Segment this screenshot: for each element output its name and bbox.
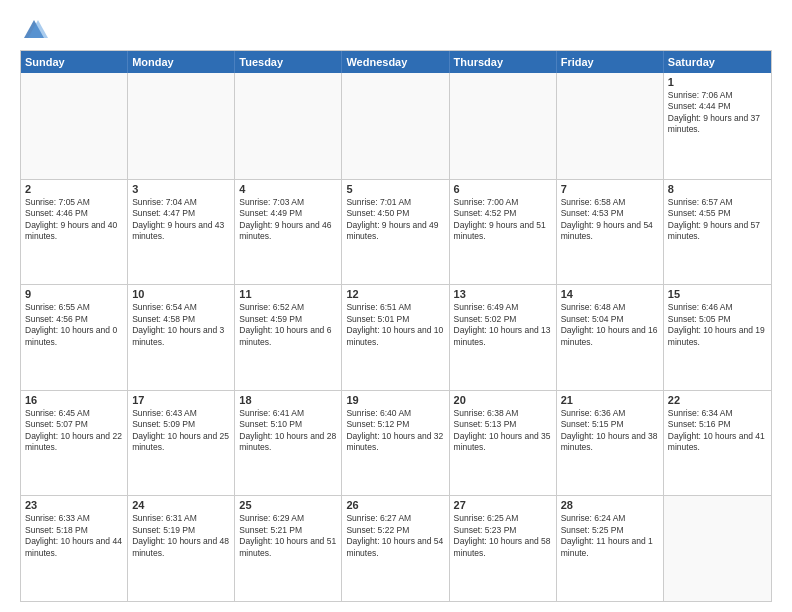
empty-cell-0-5 [557,73,664,179]
day-cell-13: 13Sunrise: 6:49 AM Sunset: 5:02 PM Dayli… [450,285,557,390]
day-number: 19 [346,394,444,406]
day-cell-15: 15Sunrise: 6:46 AM Sunset: 5:05 PM Dayli… [664,285,771,390]
day-cell-6: 6Sunrise: 7:00 AM Sunset: 4:52 PM Daylig… [450,180,557,285]
week-row-4: 23Sunrise: 6:33 AM Sunset: 5:18 PM Dayli… [21,495,771,601]
header-day-friday: Friday [557,51,664,73]
day-cell-12: 12Sunrise: 6:51 AM Sunset: 5:01 PM Dayli… [342,285,449,390]
calendar-body: 1Sunrise: 7:06 AM Sunset: 4:44 PM Daylig… [21,73,771,601]
day-cell-10: 10Sunrise: 6:54 AM Sunset: 4:58 PM Dayli… [128,285,235,390]
day-text: Sunrise: 6:40 AM Sunset: 5:12 PM Dayligh… [346,408,444,454]
day-text: Sunrise: 6:36 AM Sunset: 5:15 PM Dayligh… [561,408,659,454]
day-text: Sunrise: 7:03 AM Sunset: 4:49 PM Dayligh… [239,197,337,243]
day-text: Sunrise: 7:04 AM Sunset: 4:47 PM Dayligh… [132,197,230,243]
day-number: 26 [346,499,444,511]
week-row-1: 2Sunrise: 7:05 AM Sunset: 4:46 PM Daylig… [21,179,771,285]
page: SundayMondayTuesdayWednesdayThursdayFrid… [0,0,792,612]
day-text: Sunrise: 6:45 AM Sunset: 5:07 PM Dayligh… [25,408,123,454]
day-cell-11: 11Sunrise: 6:52 AM Sunset: 4:59 PM Dayli… [235,285,342,390]
day-text: Sunrise: 6:25 AM Sunset: 5:23 PM Dayligh… [454,513,552,559]
day-number: 7 [561,183,659,195]
day-number: 2 [25,183,123,195]
day-text: Sunrise: 6:46 AM Sunset: 5:05 PM Dayligh… [668,302,767,348]
empty-cell-0-2 [235,73,342,179]
day-text: Sunrise: 6:48 AM Sunset: 5:04 PM Dayligh… [561,302,659,348]
week-row-3: 16Sunrise: 6:45 AM Sunset: 5:07 PM Dayli… [21,390,771,496]
day-text: Sunrise: 7:05 AM Sunset: 4:46 PM Dayligh… [25,197,123,243]
day-text: Sunrise: 6:31 AM Sunset: 5:19 PM Dayligh… [132,513,230,559]
day-cell-19: 19Sunrise: 6:40 AM Sunset: 5:12 PM Dayli… [342,391,449,496]
day-number: 16 [25,394,123,406]
day-cell-24: 24Sunrise: 6:31 AM Sunset: 5:19 PM Dayli… [128,496,235,601]
day-cell-2: 2Sunrise: 7:05 AM Sunset: 4:46 PM Daylig… [21,180,128,285]
day-number: 21 [561,394,659,406]
day-text: Sunrise: 6:51 AM Sunset: 5:01 PM Dayligh… [346,302,444,348]
day-text: Sunrise: 7:00 AM Sunset: 4:52 PM Dayligh… [454,197,552,243]
day-text: Sunrise: 6:33 AM Sunset: 5:18 PM Dayligh… [25,513,123,559]
day-number: 27 [454,499,552,511]
day-cell-16: 16Sunrise: 6:45 AM Sunset: 5:07 PM Dayli… [21,391,128,496]
week-row-0: 1Sunrise: 7:06 AM Sunset: 4:44 PM Daylig… [21,73,771,179]
empty-cell-4-6 [664,496,771,601]
day-text: Sunrise: 6:29 AM Sunset: 5:21 PM Dayligh… [239,513,337,559]
day-number: 1 [668,76,767,88]
day-cell-17: 17Sunrise: 6:43 AM Sunset: 5:09 PM Dayli… [128,391,235,496]
day-text: Sunrise: 6:41 AM Sunset: 5:10 PM Dayligh… [239,408,337,454]
day-cell-22: 22Sunrise: 6:34 AM Sunset: 5:16 PM Dayli… [664,391,771,496]
day-number: 3 [132,183,230,195]
day-text: Sunrise: 6:27 AM Sunset: 5:22 PM Dayligh… [346,513,444,559]
day-number: 23 [25,499,123,511]
empty-cell-0-1 [128,73,235,179]
header-day-wednesday: Wednesday [342,51,449,73]
day-cell-21: 21Sunrise: 6:36 AM Sunset: 5:15 PM Dayli… [557,391,664,496]
day-text: Sunrise: 6:38 AM Sunset: 5:13 PM Dayligh… [454,408,552,454]
day-text: Sunrise: 6:54 AM Sunset: 4:58 PM Dayligh… [132,302,230,348]
day-number: 11 [239,288,337,300]
calendar-header: SundayMondayTuesdayWednesdayThursdayFrid… [21,51,771,73]
day-cell-18: 18Sunrise: 6:41 AM Sunset: 5:10 PM Dayli… [235,391,342,496]
day-number: 5 [346,183,444,195]
day-cell-20: 20Sunrise: 6:38 AM Sunset: 5:13 PM Dayli… [450,391,557,496]
day-cell-27: 27Sunrise: 6:25 AM Sunset: 5:23 PM Dayli… [450,496,557,601]
day-text: Sunrise: 6:52 AM Sunset: 4:59 PM Dayligh… [239,302,337,348]
day-text: Sunrise: 6:49 AM Sunset: 5:02 PM Dayligh… [454,302,552,348]
day-cell-23: 23Sunrise: 6:33 AM Sunset: 5:18 PM Dayli… [21,496,128,601]
day-cell-14: 14Sunrise: 6:48 AM Sunset: 5:04 PM Dayli… [557,285,664,390]
day-number: 6 [454,183,552,195]
day-cell-9: 9Sunrise: 6:55 AM Sunset: 4:56 PM Daylig… [21,285,128,390]
day-text: Sunrise: 6:57 AM Sunset: 4:55 PM Dayligh… [668,197,767,243]
header-day-thursday: Thursday [450,51,557,73]
day-cell-5: 5Sunrise: 7:01 AM Sunset: 4:50 PM Daylig… [342,180,449,285]
day-text: Sunrise: 6:24 AM Sunset: 5:25 PM Dayligh… [561,513,659,559]
day-number: 10 [132,288,230,300]
day-cell-4: 4Sunrise: 7:03 AM Sunset: 4:49 PM Daylig… [235,180,342,285]
day-number: 17 [132,394,230,406]
day-text: Sunrise: 6:55 AM Sunset: 4:56 PM Dayligh… [25,302,123,348]
day-number: 20 [454,394,552,406]
day-text: Sunrise: 7:01 AM Sunset: 4:50 PM Dayligh… [346,197,444,243]
day-text: Sunrise: 6:43 AM Sunset: 5:09 PM Dayligh… [132,408,230,454]
day-number: 12 [346,288,444,300]
day-number: 25 [239,499,337,511]
day-text: Sunrise: 7:06 AM Sunset: 4:44 PM Dayligh… [668,90,767,136]
day-number: 28 [561,499,659,511]
day-number: 22 [668,394,767,406]
day-cell-7: 7Sunrise: 6:58 AM Sunset: 4:53 PM Daylig… [557,180,664,285]
day-number: 18 [239,394,337,406]
day-number: 13 [454,288,552,300]
day-cell-8: 8Sunrise: 6:57 AM Sunset: 4:55 PM Daylig… [664,180,771,285]
header-day-tuesday: Tuesday [235,51,342,73]
day-cell-25: 25Sunrise: 6:29 AM Sunset: 5:21 PM Dayli… [235,496,342,601]
day-number: 24 [132,499,230,511]
header-day-sunday: Sunday [21,51,128,73]
day-number: 8 [668,183,767,195]
day-cell-26: 26Sunrise: 6:27 AM Sunset: 5:22 PM Dayli… [342,496,449,601]
day-cell-28: 28Sunrise: 6:24 AM Sunset: 5:25 PM Dayli… [557,496,664,601]
day-text: Sunrise: 6:58 AM Sunset: 4:53 PM Dayligh… [561,197,659,243]
empty-cell-0-4 [450,73,557,179]
header [20,16,772,44]
header-day-monday: Monday [128,51,235,73]
empty-cell-0-0 [21,73,128,179]
empty-cell-0-3 [342,73,449,179]
logo [20,16,52,44]
day-number: 4 [239,183,337,195]
